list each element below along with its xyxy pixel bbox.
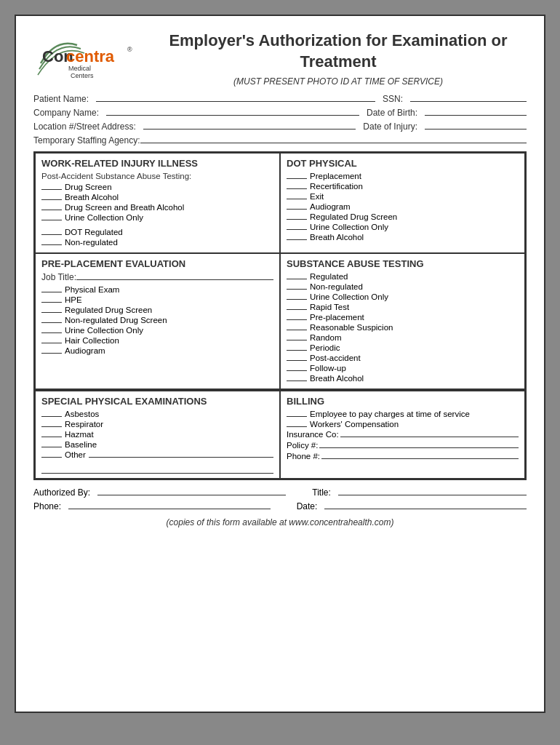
- checkbox-line[interactable]: [287, 299, 307, 300]
- sa-post-accident: Post-accident: [287, 354, 519, 362]
- checkbox-line[interactable]: [287, 199, 307, 199]
- sp-other-line[interactable]: [89, 457, 273, 458]
- pre-urine-collection: Urine Collection Only: [41, 326, 273, 335]
- pre-audiogram-label: Audiogram: [65, 346, 105, 355]
- checkbox-line[interactable]: [287, 416, 307, 417]
- checkbox-line[interactable]: [287, 289, 307, 290]
- pre-hair-collection-label: Hair Collection: [65, 336, 119, 345]
- dot-breath-alcohol-label: Breath Alcohol: [310, 233, 364, 242]
- checkbox-line[interactable]: [41, 312, 62, 313]
- billing-phone-line[interactable]: [321, 458, 519, 459]
- work-related-header: WORK-RELATED INJURY ILLNESS: [41, 158, 273, 169]
- sp-other-line2[interactable]: [41, 462, 273, 474]
- checkbox-line[interactable]: [41, 210, 62, 210]
- sp-asbestos: Asbestos: [41, 410, 273, 418]
- concentra-brand: Con centra ® Medical Centers: [33, 34, 150, 84]
- checkbox-line[interactable]: [41, 426, 62, 427]
- sa-pre-placement: Pre-placement: [287, 313, 519, 322]
- sp-other: Other: [41, 450, 273, 459]
- dob-line[interactable]: [425, 115, 527, 116]
- job-title-line[interactable]: [76, 279, 273, 280]
- sa-regulated: Regulated: [287, 272, 519, 281]
- footer-fields: Authorized By: Title: Phone: Date: (copi…: [33, 487, 527, 527]
- checkbox-line[interactable]: [41, 199, 62, 200]
- date-line[interactable]: [324, 509, 527, 509]
- billing-insurance-line[interactable]: [340, 437, 519, 437]
- checkbox-line[interactable]: [287, 381, 307, 381]
- company-name-line[interactable]: [106, 115, 359, 116]
- checkbox-line[interactable]: [287, 309, 307, 310]
- sa-rapid-test-label: Rapid Test: [310, 303, 349, 311]
- sa-breath-alcohol: Breath Alcohol: [287, 374, 519, 383]
- checkbox-line[interactable]: [287, 219, 307, 220]
- work-dot-regulated: DOT Regulated: [41, 228, 273, 236]
- pre-urine-collection-label: Urine Collection Only: [65, 326, 143, 335]
- sa-random-label: Random: [310, 333, 341, 342]
- checkbox-line[interactable]: [287, 340, 307, 340]
- checkbox-line[interactable]: [41, 416, 62, 417]
- billing-insurance-label: Insurance Co:: [287, 430, 339, 439]
- phone-line[interactable]: [68, 509, 271, 509]
- billing-policy-line[interactable]: [319, 447, 519, 448]
- sp-respirator-label: Respirator: [65, 420, 103, 429]
- patient-ssn-row: Patient Name: SSN:: [33, 94, 527, 104]
- billing-employee-pay: Employee to pay charges at time of servi…: [287, 410, 519, 418]
- checkbox-line[interactable]: [287, 426, 307, 427]
- checkbox-line[interactable]: [41, 322, 62, 323]
- sp-respirator: Respirator: [41, 420, 273, 429]
- checkbox-line[interactable]: [41, 332, 62, 333]
- checkbox-line[interactable]: [41, 447, 62, 447]
- checkbox-line[interactable]: [41, 189, 62, 190]
- checkbox-line[interactable]: [287, 360, 307, 361]
- doi-line[interactable]: [425, 129, 527, 130]
- sa-random: Random: [287, 333, 519, 342]
- checkbox-line[interactable]: [287, 209, 307, 210]
- checkbox-line[interactable]: [41, 457, 62, 458]
- dot-urine-collection: Urine Collection Only: [287, 223, 519, 231]
- ssn-line[interactable]: [410, 101, 527, 102]
- work-dot-regulated-label: DOT Regulated: [65, 228, 123, 236]
- checkbox-line[interactable]: [41, 220, 62, 220]
- checkbox-line[interactable]: [41, 302, 62, 303]
- checkbox-line[interactable]: [287, 370, 307, 371]
- sa-non-regulated: Non-regulated: [287, 282, 519, 291]
- checkbox-line[interactable]: [41, 343, 62, 343]
- pre-audiogram: Audiogram: [41, 346, 273, 355]
- temp-agency-label: Temporary Staffing Agency:: [33, 135, 140, 146]
- patient-name-line[interactable]: [96, 101, 375, 102]
- checkbox-line[interactable]: [287, 178, 307, 179]
- pre-regulated-drug-screen-label: Regulated Drug Screen: [65, 306, 152, 314]
- checkbox-line[interactable]: [41, 292, 62, 292]
- work-non-regulated-label: Non-regulated: [65, 238, 118, 247]
- authorized-by-line[interactable]: [97, 495, 286, 495]
- checkbox-line[interactable]: [287, 319, 307, 320]
- sa-reasonable-suspicion-label: Reasonable Suspicion: [310, 323, 393, 332]
- temp-agency-line[interactable]: [140, 143, 527, 143]
- title-line[interactable]: [338, 495, 527, 495]
- checkbox-line[interactable]: [41, 244, 62, 245]
- checkbox-line[interactable]: [287, 188, 307, 189]
- sp-asbestos-label: Asbestos: [65, 410, 99, 418]
- title-area: Employer's Authorization for Examination…: [150, 31, 527, 87]
- location-line[interactable]: [143, 129, 356, 130]
- checkbox-line[interactable]: [287, 330, 307, 330]
- work-urine-collection-label: Urine Collection Only: [65, 213, 143, 222]
- work-non-regulated: Non-regulated: [41, 238, 273, 247]
- checkbox-line[interactable]: [41, 353, 62, 354]
- ssn-label: SSN:: [383, 94, 403, 104]
- sa-post-accident-label: Post-accident: [310, 354, 361, 362]
- checkbox-line[interactable]: [287, 279, 307, 279]
- title-label: Title:: [312, 487, 331, 498]
- job-title-row: Job Title:: [41, 272, 273, 282]
- checkbox-line[interactable]: [287, 229, 307, 230]
- special-physical-cell: SPECIAL PHYSICAL EXAMINATIONS Asbestos R…: [35, 391, 280, 479]
- dob-label: Date of Birth:: [367, 108, 417, 118]
- checkbox-line[interactable]: [41, 234, 62, 235]
- checkbox-line[interactable]: [287, 350, 307, 351]
- checkbox-line[interactable]: [287, 239, 307, 240]
- checkbox-line[interactable]: [41, 437, 62, 437]
- dot-audiogram: Audiogram: [287, 202, 519, 211]
- pre-hair-collection: Hair Collection: [41, 336, 273, 345]
- phone-date-row: Phone: Date:: [33, 501, 527, 511]
- sp-hazmat: Hazmat: [41, 430, 273, 439]
